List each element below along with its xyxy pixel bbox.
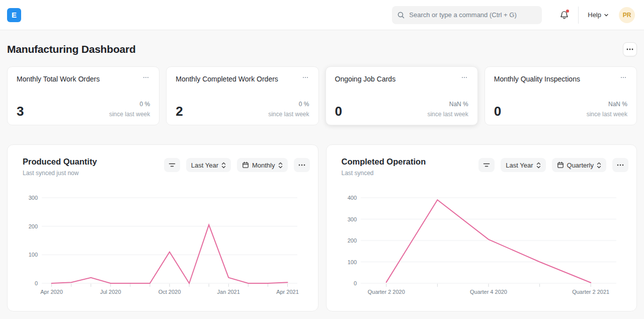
help-menu[interactable]: Help (588, 11, 609, 19)
chart-interval-select[interactable]: Monthly (237, 158, 288, 172)
notification-dot (566, 10, 569, 13)
chart-canvas-produced-quantity: 0100200300Apr 2020Jul 2020Oct 2020Jan 20… (8, 177, 318, 306)
chart-card-completed-operation: Completed Operation Last synced Last Yea… (326, 144, 637, 311)
x-axis-label: Jan 2021 (217, 289, 240, 295)
chevron-updown-icon (597, 162, 601, 169)
chart-range-select[interactable]: Last Year (501, 158, 545, 172)
y-axis-label: 300 (347, 216, 356, 222)
chart-subtitle: Last synced (342, 170, 426, 177)
card-menu-button[interactable] (142, 75, 150, 79)
x-axis-label: Apr 2021 (276, 289, 299, 295)
navbar: E Help (0, 0, 644, 30)
chart-subtitle: Last synced just now (23, 170, 97, 177)
chevron-down-icon (604, 13, 609, 18)
ellipsis-icon (298, 164, 305, 166)
y-axis-label: 100 (29, 252, 38, 258)
chart-interval-select[interactable]: Quarterly (552, 158, 606, 172)
chart-card-produced-quantity: Produced Quantity Last synced just now L… (7, 144, 318, 311)
y-axis-label: 200 (29, 223, 38, 229)
card-percent: 0 % (268, 101, 309, 108)
data-line (386, 200, 590, 282)
chart-menu-button[interactable] (294, 158, 310, 172)
card-caption: since last week (268, 111, 309, 118)
card-menu-button[interactable] (301, 75, 309, 79)
calendar-icon (557, 162, 564, 169)
card-title: Ongoing Job Cards (335, 75, 396, 83)
ellipsis-icon (617, 164, 624, 166)
chevron-updown-icon (536, 162, 541, 169)
charts-row: Produced Quantity Last synced just now L… (7, 144, 637, 311)
card-percent: NaN % (587, 101, 627, 108)
card-value: 0 (494, 105, 501, 118)
notifications-button[interactable] (558, 9, 570, 21)
global-search[interactable] (392, 6, 542, 24)
card-caption: since last week (427, 111, 468, 118)
chevron-updown-icon (278, 162, 283, 169)
x-axis-label: Quarter 2 2020 (367, 289, 405, 295)
card-title: Monthly Total Work Orders (17, 75, 100, 83)
search-icon (397, 11, 405, 19)
chart-filter-button[interactable] (164, 158, 180, 172)
card-value: 2 (176, 105, 183, 118)
card-title: Monthly Quality Inspections (494, 75, 580, 83)
chart-interval-label: Monthly (252, 162, 275, 169)
number-card-completed-work-orders: Monthly Completed Work Orders 2 0 % sinc… (166, 66, 318, 125)
card-caption: since last week (109, 111, 150, 118)
card-title: Monthly Completed Work Orders (176, 75, 278, 83)
card-menu-button[interactable] (460, 75, 468, 79)
chart-title: Completed Operation (342, 157, 426, 167)
page-menu-button[interactable] (623, 42, 637, 56)
y-axis-label: 200 (347, 237, 356, 244)
filter-icon (168, 162, 176, 169)
chart-range-select[interactable]: Last Year (186, 158, 231, 172)
x-axis-label: Oct 2020 (158, 289, 181, 295)
app-logo-letter: E (12, 11, 17, 19)
y-axis-label: 100 (347, 259, 356, 265)
x-axis-label: Jul 2020 (100, 289, 121, 295)
line-chart: 0100200300400Quarter 2 2020Quarter 4 202… (335, 190, 629, 304)
card-percent: NaN % (427, 101, 468, 108)
chart-menu-button[interactable] (612, 158, 628, 172)
chart-range-label: Last Year (191, 162, 218, 169)
x-axis-label: Quarter 2 2021 (572, 289, 609, 295)
line-chart: 0100200300Apr 2020Jul 2020Oct 2020Jan 20… (16, 190, 310, 304)
number-card-ongoing-job-cards: Ongoing Job Cards 0 NaN % since last wee… (326, 66, 478, 125)
card-percent: 0 % (109, 101, 150, 108)
y-axis-label: 300 (29, 195, 38, 201)
x-axis-label: Apr 2020 (40, 289, 63, 295)
calendar-icon (242, 162, 249, 169)
number-card-total-work-orders: Monthly Total Work Orders 3 0 % since la… (7, 66, 159, 125)
avatar-initials: PR (623, 12, 631, 19)
navbar-right: Help PR (558, 7, 635, 24)
app-logo[interactable]: E (7, 8, 21, 22)
y-axis-label: 0 (353, 280, 356, 286)
number-card-quality-inspections: Monthly Quality Inspections 0 NaN % sinc… (485, 66, 637, 125)
filter-icon (482, 162, 491, 169)
chart-interval-label: Quarterly (567, 162, 594, 169)
card-caption: since last week (587, 111, 627, 118)
card-menu-button[interactable] (619, 75, 627, 79)
chart-title: Produced Quantity (23, 157, 97, 167)
x-axis-label: Quarter 4 2020 (470, 289, 507, 295)
chart-range-label: Last Year (506, 162, 533, 169)
ellipsis-icon (626, 48, 633, 50)
search-input[interactable] (409, 11, 537, 19)
help-label: Help (588, 11, 601, 19)
chevron-updown-icon (221, 162, 226, 169)
data-line (52, 225, 288, 283)
card-value: 0 (335, 105, 342, 118)
y-axis-label: 400 (347, 195, 356, 201)
chart-filter-button[interactable] (478, 158, 495, 172)
user-avatar[interactable]: PR (619, 7, 635, 23)
page-title: Manufacturing Dashboard (7, 43, 136, 55)
y-axis-label: 0 (35, 280, 38, 286)
number-cards-row: Monthly Total Work Orders 3 0 % since la… (7, 66, 637, 125)
page-head: Manufacturing Dashboard (0, 30, 644, 66)
navbar-divider (578, 7, 579, 24)
chart-canvas-completed-operation: 0100200300400Quarter 2 2020Quarter 4 202… (327, 177, 637, 306)
card-value: 3 (17, 105, 24, 118)
